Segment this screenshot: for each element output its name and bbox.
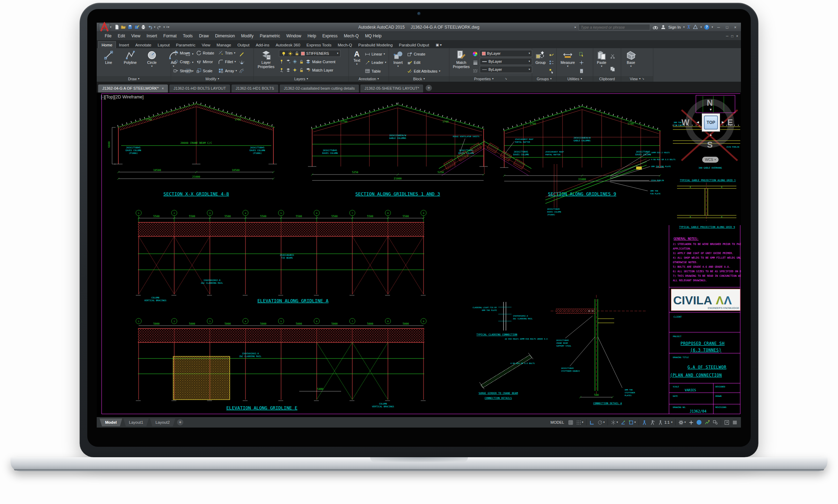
offset-button[interactable] <box>239 67 244 75</box>
view-launcher-icon[interactable]: ↘ <box>642 77 644 80</box>
model-space-button[interactable]: MODEL <box>548 420 566 424</box>
viewcube-arrow-left-icon[interactable]: ◀ <box>697 120 699 124</box>
layer-unisolate-icon[interactable] <box>286 59 291 64</box>
edit-attributes-button[interactable]: Edit Attributes▾ <box>407 67 440 75</box>
autocad-app-button[interactable] <box>99 23 110 31</box>
fillet-button[interactable]: Fillet▾ <box>218 58 237 66</box>
copy-clip-icon[interactable] <box>610 66 615 72</box>
restore-button[interactable]: □ <box>724 25 730 29</box>
annotation-autoscale-button[interactable] <box>649 418 656 426</box>
viewport-controls[interactable]: [-][Top][2D Wireframe] <box>101 95 144 99</box>
leader-button[interactable]: Leader▾ <box>365 59 386 66</box>
text-button[interactable]: A Text ▾ <box>351 49 363 76</box>
fullscreen-button[interactable] <box>723 418 730 426</box>
group-button[interactable]: Group <box>534 49 547 76</box>
workspace-switching-button[interactable]: ▾ <box>678 418 686 426</box>
mirror-button[interactable]: Mirror <box>196 58 214 66</box>
menu-express[interactable]: Express <box>319 34 340 38</box>
doc-restore-button[interactable]: □ <box>731 34 733 38</box>
move-button[interactable]: Move <box>173 49 192 57</box>
qat-customize-icon[interactable]: ≡▾ <box>166 26 169 29</box>
file-tab[interactable]: J1362-02-castallated beam cutting detail… <box>279 84 359 92</box>
menu-view[interactable]: View <box>128 34 144 38</box>
tab-view[interactable]: View <box>199 42 214 48</box>
measure-caret-icon[interactable]: ▾ <box>567 65 568 68</box>
match-layer-button[interactable]: Match Layer <box>312 68 333 72</box>
a360-icon[interactable] <box>693 24 698 30</box>
match-properties-button[interactable]: Match Properties <box>451 49 471 76</box>
edit-block-button[interactable]: Edit <box>407 59 440 66</box>
copy-button[interactable]: Copy <box>173 58 192 66</box>
doc-close-button[interactable]: × <box>736 34 738 38</box>
ungroup-icon[interactable] <box>549 52 554 57</box>
line-button[interactable]: Line <box>99 49 118 76</box>
text-caret-icon[interactable]: ▾ <box>356 63 358 66</box>
menu-insert[interactable]: Insert <box>144 34 160 38</box>
redo-icon[interactable] <box>157 24 162 30</box>
block-panel-label[interactable]: Block▾ <box>389 76 449 82</box>
help-icon[interactable]: ? <box>704 25 709 30</box>
tab-home[interactable]: Home <box>98 41 116 48</box>
tab-express-tools[interactable]: Express Tools <box>303 42 335 48</box>
linetype-dropdown[interactable]: ByLayer ▾ <box>480 66 532 73</box>
customization-button[interactable] <box>731 418 738 426</box>
layers-panel-label[interactable]: Layers▾ <box>254 76 348 82</box>
save-icon[interactable] <box>127 24 133 30</box>
isometric-drafting-button[interactable]: ▾ <box>610 418 619 426</box>
help-caret-icon[interactable]: ▾ <box>712 26 713 29</box>
viewcube-arrow-up-icon[interactable]: ▼ <box>709 108 712 111</box>
tab-parabuild-output[interactable]: Parabuild Output <box>396 42 432 48</box>
viewcube-arrow-down-icon[interactable]: ▲ <box>709 133 712 136</box>
tab-parabuild-modeling[interactable]: Parabuild Modeling <box>355 42 396 48</box>
grid-display-button[interactable] <box>567 418 574 426</box>
scale-button[interactable]: Scale <box>196 67 214 74</box>
layer-isolate-icon[interactable] <box>279 59 284 64</box>
layer-lock2-icon[interactable] <box>299 59 304 64</box>
graphics-performance-button[interactable] <box>704 418 711 426</box>
polar-tracking-button[interactable]: ▾ <box>597 418 605 426</box>
annotation-monitor-button[interactable] <box>688 418 694 426</box>
redo-caret-icon[interactable]: ▾ <box>163 26 165 29</box>
layer-walk-icon[interactable] <box>286 67 291 73</box>
layer-thaw-icon[interactable] <box>292 67 297 73</box>
tab-annotate[interactable]: Annotate <box>132 42 154 48</box>
stretch-button[interactable]: Stretch <box>173 67 192 74</box>
trim-caret-icon[interactable]: ▾ <box>234 52 235 54</box>
group-edit-icon[interactable] <box>549 60 554 65</box>
id-point-icon[interactable] <box>579 60 584 65</box>
clean-screen-button[interactable] <box>712 418 719 426</box>
viewcube-south[interactable]: S <box>703 140 717 150</box>
viewcube-arrow-right-icon[interactable]: ▶ <box>722 120 724 124</box>
search-input[interactable] <box>581 25 648 29</box>
file-tab[interactable]: J1362-01-HD1 BOLTS <box>231 84 279 92</box>
paste-caret-icon[interactable]: ▾ <box>601 65 602 68</box>
layer-off-icon[interactable] <box>279 67 284 73</box>
minimize-button[interactable]: ─ <box>715 25 722 29</box>
cut-icon[interactable] <box>610 54 615 59</box>
ortho-mode-button[interactable] <box>589 418 596 426</box>
isolate-objects-button[interactable] <box>696 418 703 426</box>
tab-autodesk360[interactable]: Autodesk 360 <box>272 42 303 48</box>
viewcube-east[interactable]: E <box>723 118 737 127</box>
linear-dimension-button[interactable]: Linear▾ <box>365 51 386 58</box>
color-wheel-icon[interactable] <box>473 52 477 56</box>
insert-block-button[interactable]: Insert ▾ <box>391 49 405 76</box>
circle-button[interactable]: Circle ▾ <box>142 49 162 76</box>
menu-mechq[interactable]: Mech-Q <box>341 34 362 38</box>
base-caret-icon[interactable]: ▾ <box>630 65 632 68</box>
trim-button[interactable]: Trim▾ <box>218 49 237 57</box>
file-tab[interactable]: J1362-01-HD BOLTS LAYOUT <box>169 84 230 92</box>
a360-caret-icon[interactable]: ▾ <box>700 26 702 29</box>
annotation-visibility-button[interactable] <box>641 418 648 426</box>
new-layout-button[interactable]: + <box>177 419 183 425</box>
explode-button[interactable] <box>239 59 244 66</box>
array-button[interactable]: Array▾ <box>218 67 237 74</box>
layer-freeze-icon[interactable] <box>292 59 297 64</box>
polyline-button[interactable]: Polyline <box>120 49 140 76</box>
viewcube-north[interactable]: N <box>703 98 717 108</box>
draw-panel-label[interactable]: Draw▾ <box>97 76 171 82</box>
insert-caret-icon[interactable]: ▾ <box>397 65 399 68</box>
search-binoculars-icon[interactable] <box>653 24 658 30</box>
app-menu-caret-icon[interactable]: ▾ <box>110 26 111 29</box>
close-button[interactable]: × <box>733 25 738 29</box>
